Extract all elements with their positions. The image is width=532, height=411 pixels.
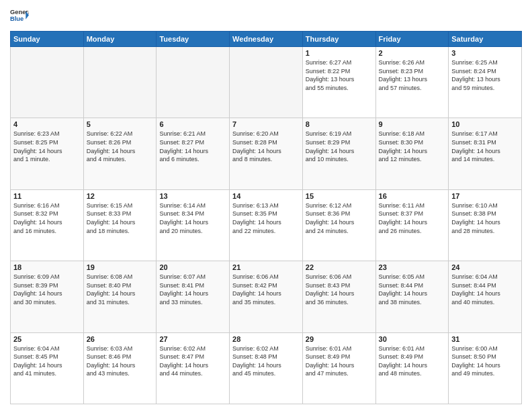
calendar-table: SundayMondayTuesdayWednesdayThursdayFrid… bbox=[10, 31, 522, 404]
calendar-week-5: 25Sunrise: 6:04 AM Sunset: 8:45 PM Dayli… bbox=[11, 332, 522, 404]
day-number: 7 bbox=[232, 120, 300, 128]
calendar-cell bbox=[157, 47, 230, 118]
day-info: Sunrise: 6:03 AM Sunset: 8:46 PM Dayligh… bbox=[87, 345, 154, 378]
day-info: Sunrise: 6:25 AM Sunset: 8:24 PM Dayligh… bbox=[451, 58, 519, 92]
day-info: Sunrise: 6:04 AM Sunset: 8:44 PM Dayligh… bbox=[451, 273, 519, 306]
day-info: Sunrise: 6:00 AM Sunset: 8:50 PM Dayligh… bbox=[451, 345, 519, 378]
calendar-cell: 3Sunrise: 6:25 AM Sunset: 8:24 PM Daylig… bbox=[449, 47, 522, 118]
day-info: Sunrise: 6:12 AM Sunset: 8:36 PM Dayligh… bbox=[306, 201, 373, 235]
header-day-saturday: Saturday bbox=[449, 32, 522, 47]
day-info: Sunrise: 6:02 AM Sunset: 8:47 PM Dayligh… bbox=[159, 345, 226, 378]
header-day-sunday: Sunday bbox=[11, 32, 84, 47]
day-info: Sunrise: 6:27 AM Sunset: 8:22 PM Dayligh… bbox=[306, 58, 373, 92]
day-number: 14 bbox=[232, 192, 300, 200]
calendar-cell: 28Sunrise: 6:02 AM Sunset: 8:48 PM Dayli… bbox=[230, 332, 303, 404]
day-info: Sunrise: 6:16 AM Sunset: 8:32 PM Dayligh… bbox=[13, 201, 81, 235]
day-number: 20 bbox=[159, 263, 226, 271]
day-number: 1 bbox=[306, 49, 373, 57]
calendar-cell: 7Sunrise: 6:20 AM Sunset: 8:28 PM Daylig… bbox=[230, 118, 303, 189]
header-day-tuesday: Tuesday bbox=[157, 32, 230, 47]
calendar-cell: 31Sunrise: 6:00 AM Sunset: 8:50 PM Dayli… bbox=[449, 332, 522, 404]
day-info: Sunrise: 6:04 AM Sunset: 8:45 PM Dayligh… bbox=[13, 345, 81, 378]
calendar-week-3: 11Sunrise: 6:16 AM Sunset: 8:32 PM Dayli… bbox=[11, 189, 522, 261]
day-info: Sunrise: 6:06 AM Sunset: 8:42 PM Dayligh… bbox=[232, 273, 300, 306]
calendar-cell: 11Sunrise: 6:16 AM Sunset: 8:32 PM Dayli… bbox=[11, 189, 84, 261]
day-number: 10 bbox=[451, 120, 519, 128]
day-info: Sunrise: 6:15 AM Sunset: 8:33 PM Dayligh… bbox=[87, 201, 154, 235]
day-number: 3 bbox=[451, 49, 519, 57]
day-number: 31 bbox=[451, 335, 519, 343]
day-number: 13 bbox=[159, 192, 226, 200]
calendar-week-2: 4Sunrise: 6:23 AM Sunset: 8:25 PM Daylig… bbox=[11, 118, 522, 189]
day-number: 26 bbox=[87, 335, 154, 343]
header-day-friday: Friday bbox=[375, 32, 449, 47]
calendar-cell: 6Sunrise: 6:21 AM Sunset: 8:27 PM Daylig… bbox=[157, 118, 230, 189]
calendar-week-1: 1Sunrise: 6:27 AM Sunset: 8:22 PM Daylig… bbox=[11, 47, 522, 118]
day-info: Sunrise: 6:23 AM Sunset: 8:25 PM Dayligh… bbox=[13, 130, 81, 163]
day-number: 12 bbox=[87, 192, 154, 200]
day-number: 27 bbox=[159, 335, 226, 343]
calendar-cell bbox=[83, 47, 157, 118]
calendar-cell: 17Sunrise: 6:10 AM Sunset: 8:38 PM Dayli… bbox=[449, 189, 522, 261]
calendar-cell: 15Sunrise: 6:12 AM Sunset: 8:36 PM Dayli… bbox=[302, 189, 375, 261]
day-info: Sunrise: 6:14 AM Sunset: 8:34 PM Dayligh… bbox=[159, 201, 226, 235]
calendar-cell: 10Sunrise: 6:17 AM Sunset: 8:31 PM Dayli… bbox=[449, 118, 522, 189]
calendar-cell: 19Sunrise: 6:08 AM Sunset: 8:40 PM Dayli… bbox=[83, 261, 157, 332]
header: General Blue bbox=[10, 7, 522, 26]
calendar-cell: 29Sunrise: 6:01 AM Sunset: 8:49 PM Dayli… bbox=[302, 332, 375, 404]
calendar-cell: 23Sunrise: 6:05 AM Sunset: 8:44 PM Dayli… bbox=[375, 261, 449, 332]
day-info: Sunrise: 6:07 AM Sunset: 8:41 PM Dayligh… bbox=[159, 273, 226, 306]
svg-text:Blue: Blue bbox=[10, 15, 24, 22]
day-info: Sunrise: 6:13 AM Sunset: 8:35 PM Dayligh… bbox=[232, 201, 300, 235]
day-number: 18 bbox=[13, 263, 81, 271]
day-number: 5 bbox=[87, 120, 154, 128]
day-info: Sunrise: 6:19 AM Sunset: 8:29 PM Dayligh… bbox=[306, 130, 373, 163]
day-number: 9 bbox=[379, 120, 446, 128]
calendar-cell: 24Sunrise: 6:04 AM Sunset: 8:44 PM Dayli… bbox=[449, 261, 522, 332]
day-number: 24 bbox=[451, 263, 519, 271]
day-info: Sunrise: 6:01 AM Sunset: 8:49 PM Dayligh… bbox=[306, 345, 373, 378]
calendar-cell: 25Sunrise: 6:04 AM Sunset: 8:45 PM Dayli… bbox=[11, 332, 84, 404]
page: General Blue SundayMondayTuesdayWednesda… bbox=[0, 0, 532, 411]
day-number: 11 bbox=[13, 192, 81, 200]
day-info: Sunrise: 6:02 AM Sunset: 8:48 PM Dayligh… bbox=[232, 345, 300, 378]
day-info: Sunrise: 6:17 AM Sunset: 8:31 PM Dayligh… bbox=[451, 130, 519, 163]
day-number: 28 bbox=[232, 335, 300, 343]
calendar-body: 1Sunrise: 6:27 AM Sunset: 8:22 PM Daylig… bbox=[11, 47, 522, 404]
header-day-monday: Monday bbox=[83, 32, 157, 47]
day-number: 21 bbox=[232, 263, 300, 271]
day-info: Sunrise: 6:08 AM Sunset: 8:40 PM Dayligh… bbox=[87, 273, 154, 306]
day-number: 30 bbox=[379, 335, 446, 343]
day-info: Sunrise: 6:01 AM Sunset: 8:49 PM Dayligh… bbox=[379, 345, 446, 378]
calendar-cell: 13Sunrise: 6:14 AM Sunset: 8:34 PM Dayli… bbox=[157, 189, 230, 261]
day-number: 19 bbox=[87, 263, 154, 271]
calendar-cell bbox=[11, 47, 84, 118]
day-info: Sunrise: 6:26 AM Sunset: 8:23 PM Dayligh… bbox=[379, 58, 446, 92]
day-number: 17 bbox=[451, 192, 519, 200]
day-info: Sunrise: 6:05 AM Sunset: 8:44 PM Dayligh… bbox=[379, 273, 446, 306]
day-number: 4 bbox=[13, 120, 81, 128]
day-info: Sunrise: 6:11 AM Sunset: 8:37 PM Dayligh… bbox=[379, 201, 446, 235]
day-number: 22 bbox=[306, 263, 373, 271]
day-info: Sunrise: 6:20 AM Sunset: 8:28 PM Dayligh… bbox=[232, 130, 300, 163]
day-number: 25 bbox=[13, 335, 81, 343]
logo: General Blue bbox=[10, 7, 29, 26]
calendar-cell: 18Sunrise: 6:09 AM Sunset: 8:39 PM Dayli… bbox=[11, 261, 84, 332]
day-info: Sunrise: 6:18 AM Sunset: 8:30 PM Dayligh… bbox=[379, 130, 446, 163]
calendar-week-4: 18Sunrise: 6:09 AM Sunset: 8:39 PM Dayli… bbox=[11, 261, 522, 332]
day-info: Sunrise: 6:22 AM Sunset: 8:26 PM Dayligh… bbox=[87, 130, 154, 163]
calendar-header-row: SundayMondayTuesdayWednesdayThursdayFrid… bbox=[11, 32, 522, 47]
day-number: 23 bbox=[379, 263, 446, 271]
calendar-cell: 1Sunrise: 6:27 AM Sunset: 8:22 PM Daylig… bbox=[302, 47, 375, 118]
day-number: 16 bbox=[379, 192, 446, 200]
calendar-cell: 12Sunrise: 6:15 AM Sunset: 8:33 PM Dayli… bbox=[83, 189, 157, 261]
calendar-cell: 20Sunrise: 6:07 AM Sunset: 8:41 PM Dayli… bbox=[157, 261, 230, 332]
day-number: 6 bbox=[159, 120, 226, 128]
calendar-cell: 21Sunrise: 6:06 AM Sunset: 8:42 PM Dayli… bbox=[230, 261, 303, 332]
calendar-cell: 22Sunrise: 6:06 AM Sunset: 8:43 PM Dayli… bbox=[302, 261, 375, 332]
calendar-cell: 14Sunrise: 6:13 AM Sunset: 8:35 PM Dayli… bbox=[230, 189, 303, 261]
day-number: 15 bbox=[306, 192, 373, 200]
day-info: Sunrise: 6:06 AM Sunset: 8:43 PM Dayligh… bbox=[306, 273, 373, 306]
day-number: 29 bbox=[306, 335, 373, 343]
calendar-cell: 5Sunrise: 6:22 AM Sunset: 8:26 PM Daylig… bbox=[83, 118, 157, 189]
